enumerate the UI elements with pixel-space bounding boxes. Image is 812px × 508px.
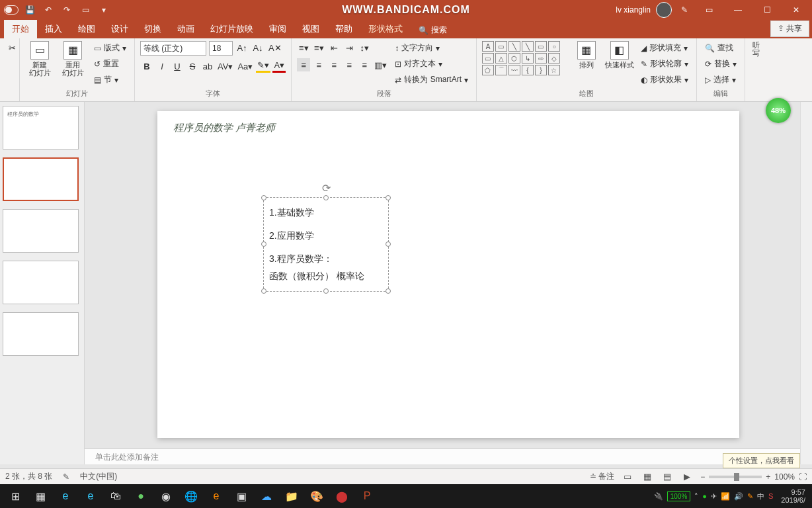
- volume-icon[interactable]: 🔊: [734, 492, 743, 501]
- indent-dec-icon[interactable]: ⇤: [327, 41, 341, 54]
- underline-button[interactable]: U: [171, 60, 184, 73]
- shape-fill-button[interactable]: ◢ 形状填充 ▾: [638, 41, 691, 55]
- store-icon[interactable]: 🛍: [103, 484, 128, 508]
- tab-help[interactable]: 帮助: [327, 20, 360, 38]
- search-box[interactable]: 🔍 搜索: [413, 22, 452, 38]
- start-button[interactable]: ⊞: [3, 484, 28, 508]
- explorer-icon[interactable]: 📁: [279, 484, 304, 508]
- tab-design[interactable]: 设计: [103, 20, 136, 38]
- ime-indicator[interactable]: 中: [757, 491, 764, 501]
- slide-thumbnails[interactable]: 程序员的数学: [0, 102, 85, 464]
- maximize-button[interactable]: ☐: [755, 0, 779, 20]
- quick-styles-button[interactable]: ◧快速样式: [605, 41, 634, 69]
- bullets-icon[interactable]: ≡▾: [297, 41, 310, 54]
- edge-icon[interactable]: e: [78, 484, 103, 508]
- language-indicator[interactable]: 中文(中国): [80, 471, 117, 482]
- qat-dropdown-icon[interactable]: ▾: [97, 3, 111, 17]
- slideshow-view-icon[interactable]: ▶: [680, 470, 694, 484]
- wifi-icon[interactable]: 📶: [721, 492, 730, 501]
- redo-icon[interactable]: ↷: [60, 3, 74, 17]
- tab-draw[interactable]: 绘图: [70, 20, 103, 38]
- spellcheck-icon[interactable]: ✎: [63, 472, 69, 482]
- thumbnail-2[interactable]: [3, 157, 79, 201]
- smartart-button[interactable]: ⇄ 转换为 SmartArt ▾: [392, 73, 471, 87]
- slideshow-icon[interactable]: ▭: [78, 3, 93, 17]
- tab-insert[interactable]: 插入: [37, 20, 70, 38]
- resize-handle[interactable]: [323, 288, 329, 294]
- thumbnail-5[interactable]: [3, 312, 79, 356]
- section-button[interactable]: ▤ 节 ▾: [91, 73, 129, 87]
- zoom-percent[interactable]: 100%: [774, 472, 795, 482]
- fit-window-icon[interactable]: ⛶: [799, 472, 807, 482]
- bold-button[interactable]: B: [140, 60, 153, 73]
- thumbnail-3[interactable]: [3, 209, 79, 253]
- resize-handle[interactable]: [261, 241, 266, 247]
- clear-format-icon[interactable]: A✕: [267, 41, 283, 54]
- tab-home[interactable]: 开始: [4, 20, 37, 38]
- format-painter-icon[interactable]: ✂: [5, 41, 19, 54]
- page-indicator[interactable]: 2 张，共 8 张: [5, 471, 52, 482]
- shape-effects-button[interactable]: ◐ 形状效果 ▾: [638, 73, 691, 87]
- ribbon-options-icon[interactable]: ▭: [697, 0, 721, 20]
- font-name-combo[interactable]: 等线 (正文): [140, 41, 206, 56]
- ie-icon[interactable]: e: [53, 484, 78, 508]
- find-button[interactable]: 🔍 查找: [702, 41, 739, 55]
- tab-shape-format[interactable]: 形状格式: [360, 20, 411, 38]
- layout-button[interactable]: ▭ 版式 ▾: [91, 41, 129, 55]
- powerpoint-icon[interactable]: P: [354, 484, 380, 508]
- close-button[interactable]: ✕: [784, 0, 808, 20]
- align-right-icon[interactable]: ≡: [327, 58, 341, 71]
- resize-handle[interactable]: [386, 195, 391, 200]
- taskbar-app-icon[interactable]: ●: [128, 484, 153, 508]
- sorter-view-icon[interactable]: ▦: [641, 470, 654, 484]
- char-spacing-icon[interactable]: AV▾: [216, 60, 234, 73]
- shapes-gallery[interactable]: A▭╲╲▭○ ▭△⬡↳⇨◇ ⬠⌒〰{}☆: [482, 41, 568, 75]
- tray-icon[interactable]: ●: [702, 492, 707, 500]
- select-button[interactable]: ▷ 选择 ▾: [702, 73, 739, 87]
- tray-icon[interactable]: ✈: [711, 492, 717, 501]
- replace-button[interactable]: ⟳ 替换 ▾: [702, 57, 739, 71]
- highlight-icon[interactable]: ✎▾: [256, 60, 270, 73]
- selected-textbox[interactable]: ⟳ 1.基础数学 2.应用数学 3.程序员数学： 函数（微积分） 概率论: [263, 197, 389, 292]
- change-case-icon[interactable]: Aa▾: [236, 60, 254, 73]
- thumbnail-4[interactable]: [3, 261, 79, 304]
- zoom-out-icon[interactable]: −: [700, 472, 705, 482]
- vertical-scrollbar[interactable]: [800, 102, 812, 464]
- notes-toggle[interactable]: ≐ 备注: [590, 471, 614, 482]
- align-text-button[interactable]: ⊡ 对齐文本 ▾: [392, 57, 471, 71]
- taskview-icon[interactable]: ▦: [28, 484, 53, 508]
- numbering-icon[interactable]: ≡▾: [312, 41, 325, 54]
- save-icon[interactable]: 💾: [22, 3, 37, 17]
- notes-pane[interactable]: 单击此处添加备注: [85, 448, 812, 464]
- tab-review[interactable]: 审阅: [261, 20, 294, 38]
- shape-outline-button[interactable]: ✎ 形状轮廓 ▾: [638, 57, 691, 71]
- resize-handle[interactable]: [323, 195, 329, 200]
- resize-handle[interactable]: [261, 195, 266, 200]
- chrome-icon[interactable]: ◉: [153, 484, 179, 508]
- decrease-font-icon[interactable]: A↓: [251, 41, 264, 54]
- italic-button[interactable]: I: [155, 60, 169, 73]
- new-slide-button[interactable]: ▭新建 幻灯片: [25, 41, 54, 77]
- taskbar-app-icon[interactable]: 🌐: [179, 484, 204, 508]
- tray-chevron-icon[interactable]: ˄: [694, 492, 698, 501]
- columns-icon[interactable]: ▥▾: [373, 58, 388, 71]
- normal-view-icon[interactable]: ▭: [621, 470, 634, 484]
- dictate-button[interactable]: 听写: [751, 41, 762, 57]
- taskbar-app-icon[interactable]: ▣: [229, 484, 254, 508]
- resize-handle[interactable]: [386, 288, 391, 294]
- text-direction-button[interactable]: ↕ 文字方向 ▾: [392, 41, 471, 55]
- reading-view-icon[interactable]: ▤: [661, 470, 674, 484]
- onedrive-icon[interactable]: ☁: [254, 484, 279, 508]
- zoom-slider[interactable]: [709, 476, 762, 478]
- shadow-button[interactable]: ab: [201, 60, 214, 73]
- zoom-control[interactable]: − + 100% ⛶: [700, 472, 807, 482]
- reuse-slides-button[interactable]: ▦重用 幻灯片: [58, 41, 87, 77]
- tab-slideshow[interactable]: 幻灯片放映: [202, 20, 261, 38]
- reset-button[interactable]: ↺ 重置: [91, 57, 129, 71]
- increase-font-icon[interactable]: A↑: [235, 41, 249, 54]
- resize-handle[interactable]: [386, 241, 391, 247]
- justify-icon[interactable]: ≡: [343, 58, 356, 71]
- avatar[interactable]: [656, 2, 672, 18]
- indent-inc-icon[interactable]: ⇥: [343, 41, 356, 54]
- arrange-button[interactable]: ▦排列: [572, 41, 601, 69]
